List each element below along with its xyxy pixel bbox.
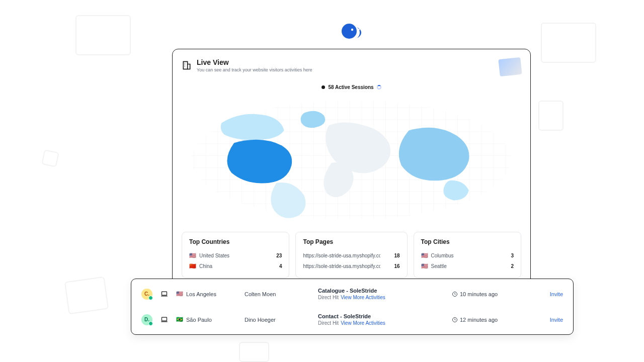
- visitor-time: 12 minutes ago: [460, 317, 498, 323]
- clock-icon: [452, 317, 458, 323]
- top-pages-panel: Top Pages https://sole-stride-usa.myshop…: [295, 232, 407, 278]
- globe-icon: [321, 85, 325, 89]
- building-icon: [182, 60, 192, 70]
- device-icon: [160, 290, 168, 298]
- page-row[interactable]: https://sole-stride-usa.myshopify.com/ 1…: [303, 261, 399, 272]
- top-pages-title: Top Pages: [303, 238, 399, 245]
- country-row[interactable]: 🇺🇸United States 23: [189, 250, 282, 261]
- top-cities-title: Top Cities: [421, 238, 514, 245]
- visitor-city: Los Angeles: [186, 291, 216, 297]
- page-subtitle: You can see and track your website visit…: [197, 67, 312, 72]
- svg-point-0: [342, 24, 357, 39]
- view-more-link[interactable]: View More Activities: [341, 295, 385, 300]
- svg-rect-3: [183, 62, 187, 69]
- visitor-page-title: Contact - SoleStride: [318, 313, 444, 319]
- view-more-link[interactable]: View More Activities: [341, 320, 385, 326]
- svg-rect-7: [162, 317, 167, 321]
- svg-point-2: [358, 29, 360, 31]
- loading-spinner: [377, 85, 381, 89]
- visitor-name: Colten Moen: [245, 291, 310, 297]
- city-row[interactable]: 🇺🇸Seattle 2: [421, 261, 514, 272]
- svg-rect-5: [162, 292, 167, 295]
- city-row[interactable]: 🇺🇸Columbus 3: [421, 250, 514, 261]
- visitor-row[interactable]: D. 🇧🇷São Paulo Dino Hoeger Contact - Sol…: [141, 308, 563, 331]
- visitor-source: Direct Hit: [318, 320, 339, 326]
- page-title: Live View: [197, 58, 312, 66]
- device-icon: [160, 316, 168, 323]
- visitor-city: São Paulo: [186, 317, 212, 323]
- country-row[interactable]: 🇨🇳China 4: [189, 261, 282, 272]
- avatar: C.: [141, 289, 152, 300]
- invite-button[interactable]: Invite: [550, 317, 563, 323]
- clock-icon: [452, 291, 458, 297]
- visitor-time: 10 minutes ago: [460, 291, 498, 297]
- header-illustration: [498, 57, 522, 76]
- top-cities-panel: Top Cities 🇺🇸Columbus 3 🇺🇸Seattle 2: [414, 232, 521, 278]
- avatar: D.: [141, 314, 152, 325]
- visitor-name: Dino Hoeger: [245, 317, 310, 323]
- invite-button[interactable]: Invite: [550, 291, 563, 297]
- visitor-strip: C. 🇺🇸Los Angeles Colten Moen Catalogue -…: [131, 279, 574, 335]
- visitor-source: Direct Hit: [318, 295, 339, 300]
- svg-point-1: [351, 29, 353, 31]
- brand-logo: [341, 22, 369, 40]
- world-map[interactable]: [182, 95, 521, 225]
- top-countries-title: Top Countries: [189, 238, 282, 245]
- visitor-page-title: Catalogue - SoleStride: [318, 288, 444, 294]
- top-countries-panel: Top Countries 🇺🇸United States 23 🇨🇳China…: [182, 232, 289, 278]
- visitor-row[interactable]: C. 🇺🇸Los Angeles Colten Moen Catalogue -…: [141, 283, 563, 305]
- page-row[interactable]: https://sole-stride-usa.myshopify.com/p.…: [303, 250, 399, 261]
- active-sessions-label: 58 Active Sessions: [328, 84, 373, 90]
